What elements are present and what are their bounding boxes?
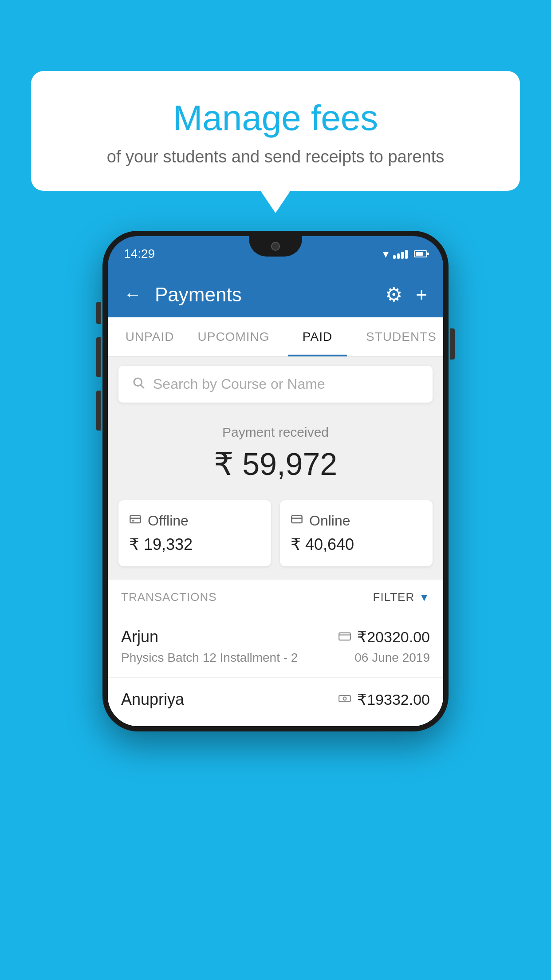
- transaction-row[interactable]: Arjun ₹20320.00 Physics Batch 12 Install…: [108, 615, 443, 678]
- camera: [271, 242, 280, 251]
- payment-received-label: Payment received: [118, 425, 433, 440]
- status-bar: 14:29 ▾: [108, 236, 443, 272]
- app-header: ← Payments ⚙ +: [108, 272, 443, 317]
- silent-button: [96, 391, 101, 431]
- transaction-name: Arjun: [121, 628, 158, 646]
- online-label: Online: [309, 513, 350, 529]
- battery-icon: [414, 250, 427, 257]
- cash-payment-icon: [338, 692, 351, 707]
- transactions-label: TRANSACTIONS: [121, 590, 217, 604]
- svg-point-10: [343, 697, 346, 700]
- signal-icon: [393, 249, 408, 259]
- transaction-amount: ₹19332.00: [357, 691, 430, 708]
- filter-button[interactable]: FILTER ▼: [373, 590, 430, 604]
- svg-rect-2: [130, 516, 140, 523]
- search-icon: [132, 375, 145, 393]
- transaction-desc: Physics Batch 12 Installment - 2: [121, 651, 298, 665]
- svg-line-1: [141, 385, 144, 388]
- offline-label: Offline: [148, 513, 189, 529]
- add-icon[interactable]: +: [416, 284, 427, 306]
- offline-payment-card: Offline ₹ 19,332: [118, 500, 271, 566]
- phone-container: 14:29 ▾ ← Payment: [102, 231, 449, 731]
- tab-students[interactable]: STUDENTS: [359, 317, 443, 356]
- card-payment-icon: [338, 630, 351, 644]
- online-payment-card: Online ₹ 40,640: [280, 500, 433, 566]
- tab-upcoming[interactable]: UPCOMING: [192, 317, 276, 356]
- bubble-subtitle: of your students and send receipts to pa…: [53, 147, 498, 166]
- transactions-header: TRANSACTIONS FILTER ▼: [108, 580, 443, 615]
- offline-icon: [129, 513, 142, 529]
- svg-rect-7: [339, 633, 350, 640]
- offline-amount: ₹ 19,332: [129, 535, 260, 554]
- back-button[interactable]: ←: [124, 285, 142, 304]
- speech-bubble: Manage fees of your students and send re…: [31, 71, 520, 191]
- payment-received-section: Payment received ₹ 59,972: [108, 411, 443, 500]
- phone-screen: ← Payments ⚙ + UNPAID UPCOMING PAID STUD…: [108, 272, 443, 726]
- status-time: 14:29: [124, 247, 155, 261]
- payment-amount: ₹ 59,972: [118, 446, 433, 482]
- svg-rect-9: [339, 695, 350, 702]
- tabs-row: UNPAID UPCOMING PAID STUDENTS: [108, 317, 443, 357]
- header-actions: ⚙ +: [385, 283, 427, 306]
- tab-paid[interactable]: PAID: [276, 317, 359, 356]
- online-icon: [291, 513, 303, 529]
- status-icons: ▾: [383, 247, 427, 261]
- payment-cards: Offline ₹ 19,332 Online: [108, 500, 443, 580]
- online-amount: ₹ 40,640: [291, 535, 422, 554]
- filter-label: FILTER: [373, 590, 415, 604]
- transaction-name: Anupriya: [121, 690, 184, 709]
- power-button: [450, 328, 455, 360]
- search-bar[interactable]: Search by Course or Name: [118, 366, 433, 403]
- tab-unpaid[interactable]: UNPAID: [108, 317, 192, 356]
- transaction-row[interactable]: Anupriya ₹19332.00: [108, 678, 443, 726]
- search-placeholder: Search by Course or Name: [153, 376, 325, 392]
- wifi-icon: ▾: [383, 247, 389, 261]
- volume-down-button: [96, 337, 101, 377]
- volume-up-button: [96, 302, 101, 324]
- bubble-title: Manage fees: [53, 98, 498, 138]
- phone-frame: 14:29 ▾ ← Payment: [102, 231, 449, 731]
- svg-rect-5: [291, 516, 302, 523]
- filter-icon: ▼: [419, 591, 430, 604]
- transaction-amount: ₹20320.00: [357, 628, 430, 646]
- svg-point-0: [134, 378, 142, 386]
- transaction-date: 06 June 2019: [354, 651, 430, 665]
- header-title: Payments: [155, 284, 385, 306]
- phone-notch: [249, 236, 302, 257]
- settings-icon[interactable]: ⚙: [385, 283, 402, 306]
